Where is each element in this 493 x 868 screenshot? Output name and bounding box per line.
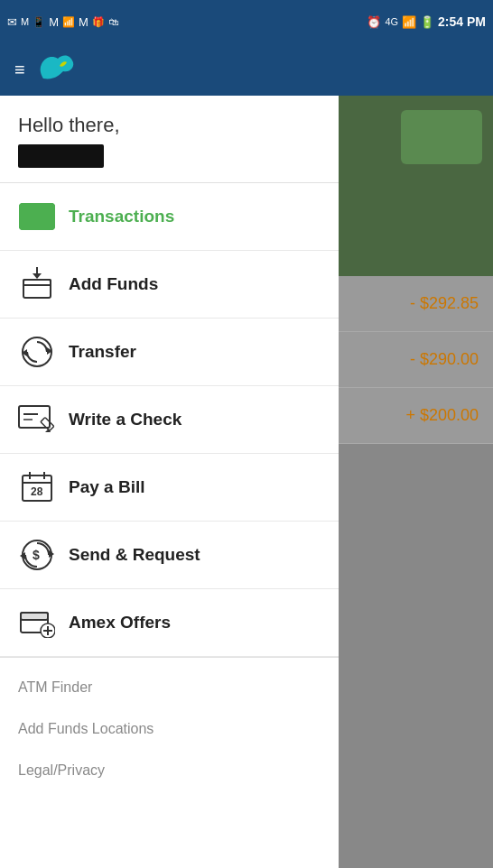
amex-offers-label: Amex Offers — [69, 613, 171, 633]
svg-rect-1 — [20, 209, 54, 217]
menu-items-list: Transactions Add Funds — [0, 183, 339, 657]
signal-4g-icon: 4G — [385, 16, 398, 27]
legal-privacy-label: Legal/Privacy — [18, 762, 105, 778]
add-funds-label: Add Funds — [69, 274, 158, 294]
greeting-text: Hello there, — [18, 114, 321, 137]
sidebar-drawer: Hello there, Transactions — [0, 96, 339, 868]
wifi-icon: 📶 — [62, 16, 75, 28]
pay-bill-label: Pay a Bill — [69, 477, 145, 497]
send-request-icon: $ — [18, 538, 56, 572]
battery-icon: 🔋 — [420, 15, 434, 29]
send-request-label: Send & Request — [69, 545, 200, 565]
transaction-row-2: - $290.00 — [339, 332, 493, 388]
svg-rect-3 — [23, 280, 51, 285]
transaction-amount-1: - $292.85 — [410, 294, 479, 313]
status-icons-right: ⏰ 4G 📶 🔋 2:54 PM — [367, 14, 486, 29]
transfer-label: Transfer — [69, 342, 136, 362]
sidebar-item-write-check[interactable]: Write a Check — [0, 386, 339, 454]
mail-icon: ✉ — [7, 15, 17, 29]
svg-rect-24 — [21, 613, 48, 620]
sidebar-item-atm-finder[interactable]: ATM Finder — [0, 667, 339, 708]
transaction-amount-2: - $290.00 — [410, 350, 479, 369]
sidebar-header: Hello there, — [0, 96, 339, 183]
pay-bill-icon: 28 — [18, 470, 56, 504]
svg-text:28: 28 — [31, 485, 43, 498]
add-funds-icon — [18, 267, 56, 301]
svg-rect-9 — [19, 406, 50, 428]
app-logo — [36, 53, 76, 86]
transactions-label: Transactions — [69, 207, 174, 226]
sidebar-item-send-request[interactable]: $ Send & Request — [0, 522, 339, 589]
transaction-amount-3: + $200.00 — [405, 406, 479, 425]
transaction-row-1: - $292.85 — [339, 276, 493, 332]
hamburger-menu-button[interactable]: ≡ — [14, 60, 25, 80]
gift-icon: 🎁 — [92, 16, 105, 28]
app-header: ≡ — [0, 43, 493, 96]
sidebar-item-pay-bill[interactable]: 28 Pay a Bill — [0, 454, 339, 522]
secondary-menu: ATM Finder Add Funds Locations Legal/Pri… — [0, 657, 339, 800]
alarm-icon: ⏰ — [367, 15, 381, 29]
sidebar-item-transfer[interactable]: Transfer — [0, 319, 339, 386]
amex-offers-icon — [18, 605, 56, 640]
user-name-redacted — [18, 144, 104, 168]
svg-text:$: $ — [33, 548, 40, 562]
sidebar-item-transactions[interactable]: Transactions — [0, 183, 339, 251]
bird-logo-icon — [36, 53, 76, 86]
status-bar: ✉ M 📱 M 📶 M 🎁 🛍 ⏰ 4G 📶 🔋 2:54 PM — [0, 0, 493, 43]
mail2-icon: M — [21, 16, 29, 27]
account-card — [401, 110, 482, 164]
transaction-row-3: + $200.00 — [339, 388, 493, 444]
svg-rect-12 — [41, 418, 54, 431]
mail4-icon: M — [79, 15, 88, 29]
write-check-label: Write a Check — [69, 410, 181, 429]
main-content: Hello there, Transactions — [0, 96, 493, 868]
time-display: 2:54 PM — [438, 14, 486, 29]
sidebar-item-legal-privacy[interactable]: Legal/Privacy — [0, 750, 339, 791]
sidebar-item-amex-offers[interactable]: Amex Offers — [0, 589, 339, 657]
status-icons-left: ✉ M 📱 M 📶 M 🎁 🛍 — [7, 15, 118, 29]
sidebar-item-add-funds-locations[interactable]: Add Funds Locations — [0, 708, 339, 750]
transactions-icon — [18, 199, 56, 234]
atm-finder-label: ATM Finder — [18, 679, 92, 695]
right-panel: - $292.85 - $290.00 + $200.00 — [339, 96, 493, 868]
phone-icon: 📱 — [33, 16, 45, 28]
bag-icon: 🛍 — [108, 16, 118, 27]
mail3-icon: M — [49, 15, 59, 29]
write-check-icon — [18, 402, 56, 437]
sidebar-item-add-funds[interactable]: Add Funds — [0, 251, 339, 319]
svg-rect-2 — [23, 280, 51, 298]
transfer-icon — [18, 335, 56, 369]
svg-marker-5 — [33, 273, 42, 279]
add-funds-locations-label: Add Funds Locations — [18, 721, 153, 736]
signal-bars-icon: 📶 — [402, 15, 416, 29]
account-card-area — [339, 96, 493, 276]
